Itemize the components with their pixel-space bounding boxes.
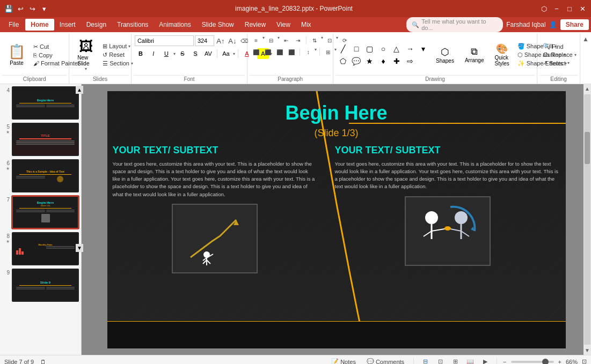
columns-button[interactable]: ⊞ [323,47,333,57]
shapes-button[interactable]: ⬡ Shapes [431,40,459,70]
zoom-thumb[interactable] [542,359,549,365]
slide-canvas[interactable]: Begin Here (Slide 1/3) YOUR TEXT/ SUBTEX… [107,91,566,348]
slide-image-9[interactable]: Slide 9 [12,269,79,302]
font-name-input[interactable] [135,35,194,46]
slide-thumb-9[interactable]: 9 Slide 9 [2,269,79,302]
paste-button[interactable]: 📋 Paste [3,40,30,70]
underline-button[interactable]: U [160,48,172,59]
right-heading[interactable]: YOUR TEXT/ SUBTEXT [335,145,560,156]
reset-button[interactable]: ↺ Reset [100,51,135,59]
slide-show-button[interactable]: ▶ [480,357,491,365]
menu-item-view[interactable]: View [271,19,296,31]
shape-callout-icon[interactable]: 💬 [350,55,363,67]
font-size-input[interactable] [195,35,214,46]
restore-ribbon-icon[interactable]: ⬡ [539,4,548,13]
zoom-minus-icon[interactable]: − [503,359,506,365]
shape-rounded-rect-icon[interactable]: ▢ [363,43,376,55]
menu-item-design[interactable]: Design [81,19,112,31]
find-button[interactable]: 🔍 Find [541,42,579,50]
bullets-button[interactable]: ≡ [251,35,261,45]
menu-item-review[interactable]: Review [239,19,271,31]
shape-star-icon[interactable]: ★ [363,55,376,67]
slide-thumb-4[interactable]: 4 Begin Here [2,86,79,120]
undo-icon[interactable]: ↩ [16,4,25,13]
shape-pentagon-icon[interactable]: ⬠ [337,55,349,67]
new-slide-button[interactable]: 🖼 New Slide ▾ [72,35,99,74]
slide-image-5[interactable]: TITLE [12,123,79,156]
numbering-button[interactable]: ⊟ [266,35,276,45]
maximize-icon[interactable]: □ [565,4,574,13]
right-body[interactable]: Your text goes here, customize this area… [335,160,560,191]
replace-button[interactable]: ab Replace ▾ [541,51,579,58]
italic-button[interactable]: I [148,48,159,59]
shape-arrow-icon[interactable]: → [404,43,417,55]
section-button[interactable]: ☰ Section ▾ [100,60,135,68]
slide-title[interactable]: Begin Here [285,102,387,124]
notes-button[interactable]: 📝 Notes [328,358,359,364]
canvas-scroll-down[interactable]: ▼ [583,346,591,355]
quick-styles-button[interactable]: 🎨 Quick Styles [490,40,514,70]
slide-thumb-6[interactable]: 6 ★ This is a Sample - Idea of Text [2,159,79,192]
change-case-button[interactable]: Aa [220,48,232,59]
slide-thumb-8[interactable]: 8 ★ Monthly Stats [2,232,79,265]
customize-qat-icon[interactable]: ▾ [40,4,48,13]
save-icon[interactable]: 💾 [4,4,13,13]
canvas-scroll-thumb[interactable] [585,132,590,164]
layout-button[interactable]: ⊞ Layout ▾ [100,42,135,50]
char-spacing-button[interactable]: AV [202,48,214,59]
font-grow-icon[interactable]: A↑ [215,36,226,46]
search-box[interactable]: 🔍 Tell me what you want to do... [406,17,503,32]
line-spacing-button[interactable]: ↕ [303,47,313,57]
justify-button[interactable]: ⬛ [286,47,297,57]
menu-item-transitions[interactable]: Transitions [112,19,154,31]
strikethrough-button[interactable]: S [177,48,188,59]
slide-notes-icon[interactable]: 🗒 [40,359,46,365]
menu-item-home[interactable]: Home [25,19,54,31]
left-body[interactable]: Your text goes here, customize this area… [113,160,317,198]
shape-triangle-icon[interactable]: △ [390,43,403,55]
slide-image-7[interactable]: Begin Here (Slide 1/3) [12,196,79,229]
panel-scroll-down[interactable]: ▼ [76,244,83,252]
shape-heart-icon[interactable]: ♦ [377,55,390,67]
fit-slide-button[interactable]: ⊡ [582,358,587,364]
slide-image-6[interactable]: This is a Sample - Idea of Text [12,159,79,192]
normal-view-button[interactable]: ⊟ [420,357,431,365]
shape-line-icon[interactable]: ╱ [337,43,349,55]
panel-scroll-up[interactable]: ▲ [76,86,83,94]
shape-block-arrow-icon[interactable]: ⇨ [404,55,417,67]
shape-rect-icon[interactable]: □ [350,43,363,55]
slide-panel[interactable]: 4 Begin Here 5 ★ TITL [0,84,82,355]
canvas-scroll-up[interactable]: ▲ [583,84,591,93]
shadow-button[interactable]: S [189,48,201,59]
ribbon-collapse-button[interactable]: ▲ [582,35,589,43]
outline-view-button[interactable]: ⊡ [435,357,446,365]
menu-item-file[interactable]: File [2,19,25,31]
text-direction-button[interactable]: ⇅ [309,35,320,45]
comments-button[interactable]: 💬 Comments [363,358,407,364]
arrange-button[interactable]: ⧉ Arrange [460,40,489,70]
redo-icon[interactable]: ↪ [28,4,37,13]
slide-image-4[interactable]: Begin Here [12,86,79,120]
decrease-indent-button[interactable]: ⇤ [281,35,291,45]
menu-item-insert[interactable]: Insert [54,19,81,31]
menu-item-slideshow[interactable]: Slide Show [196,19,239,31]
zoom-slider[interactable] [511,361,554,363]
close-icon[interactable]: ✕ [578,4,587,13]
shape-cross-icon[interactable]: ✚ [390,55,403,67]
font-shrink-icon[interactable]: A↓ [227,36,238,46]
left-heading[interactable]: YOUR TEXT/ SUBTEXT [113,145,317,156]
increase-indent-button[interactable]: ⇥ [293,35,303,45]
align-center-button[interactable]: ⬛ [262,47,273,57]
menu-item-mix[interactable]: Mix [296,19,317,31]
select-button[interactable]: ↗ Select ▾ [541,59,579,67]
right-image[interactable] [405,196,491,266]
reading-view-button[interactable]: 📖 [465,357,476,365]
minimize-icon[interactable]: − [552,4,561,13]
slide-image-8[interactable]: Monthly Stats [12,232,79,265]
bold-button[interactable]: B [135,48,147,59]
slide-thumb-5[interactable]: 5 ★ TITLE [2,123,79,156]
zoom-plus-icon[interactable]: + [558,359,561,365]
left-image[interactable] [172,204,258,273]
slide-sorter-button[interactable]: ⊞ [450,357,461,365]
menu-item-animations[interactable]: Animations [154,19,196,31]
